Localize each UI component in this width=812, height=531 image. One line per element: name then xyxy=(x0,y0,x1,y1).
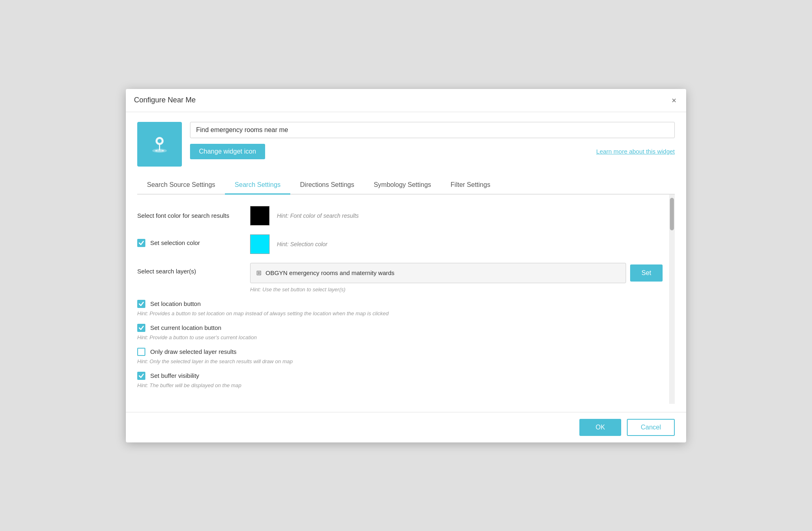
tab-search-source[interactable]: Search Source Settings xyxy=(137,176,225,195)
change-icon-button[interactable]: Change widget icon xyxy=(190,144,265,159)
layer-input-wrap: ⊞ OBGYN emergency rooms and maternity wa… xyxy=(250,263,663,283)
dialog-body: Change widget icon Learn more about this… xyxy=(126,112,686,412)
tab-search-settings[interactable]: Search Settings xyxy=(225,176,290,195)
svg-point-5 xyxy=(162,150,164,152)
current-location-checkbox[interactable] xyxy=(137,324,145,332)
current-location-hint: Hint: Provide a button to use user's cur… xyxy=(137,334,663,340)
selection-color-checkbox-row: Set selection color xyxy=(137,239,243,247)
layer-hint: Hint: Use the set button to select layer… xyxy=(250,286,663,293)
layer-icon: ⊞ xyxy=(256,269,261,277)
buffer-visibility-row: Set buffer visibility xyxy=(137,372,663,380)
layer-value: OBGYN emergency rooms and maternity ward… xyxy=(266,269,395,276)
cancel-button[interactable]: Cancel xyxy=(627,419,675,436)
check-icon-2 xyxy=(138,301,144,307)
location-button-row: Set location button xyxy=(137,300,663,308)
widget-name-input[interactable] xyxy=(190,122,675,138)
scrollbar-thumb[interactable] xyxy=(670,198,674,230)
font-color-label: Select font color for search results xyxy=(137,212,243,219)
draw-selected-label[interactable]: Only draw selected layer results xyxy=(150,348,237,355)
content-area: Select font color for search results Hin… xyxy=(137,195,675,404)
tab-directions[interactable]: Directions Settings xyxy=(290,176,364,195)
font-color-hint: Hint: Font color of search results xyxy=(277,212,359,219)
current-location-label[interactable]: Set current location button xyxy=(150,324,221,331)
settings-panel: Select font color for search results Hin… xyxy=(137,195,669,404)
selection-color-checkbox[interactable] xyxy=(137,239,145,247)
dialog-title: Configure Near Me xyxy=(134,96,196,104)
widget-icon-preview xyxy=(137,122,182,167)
svg-point-3 xyxy=(158,139,162,143)
buffer-visibility-checkbox[interactable] xyxy=(137,372,145,380)
search-layer-label: Select search layer(s) xyxy=(137,263,243,275)
dialog-footer: OK Cancel xyxy=(126,412,686,442)
ok-button[interactable]: OK xyxy=(579,419,621,436)
location-button-label[interactable]: Set location button xyxy=(150,300,201,307)
buffer-visibility-label[interactable]: Set buffer visibility xyxy=(150,372,199,379)
location-button-checkbox[interactable] xyxy=(137,300,145,308)
tab-symbology[interactable]: Symbology Settings xyxy=(364,176,441,195)
current-location-row: Set current location button xyxy=(137,324,663,332)
top-actions: Change widget icon Learn more about this… xyxy=(190,144,675,159)
location-button-hint: Hint: Provides a button to set location … xyxy=(137,310,663,316)
font-color-swatch[interactable] xyxy=(250,206,270,225)
draw-selected-checkbox[interactable] xyxy=(137,348,145,356)
scrollbar-track[interactable] xyxy=(669,195,675,404)
search-layer-area: Select search layer(s) ⊞ OBGYN emergency… xyxy=(137,263,663,283)
top-section: Change widget icon Learn more about this… xyxy=(137,122,675,167)
layer-input-box[interactable]: ⊞ OBGYN emergency rooms and maternity wa… xyxy=(250,263,626,283)
tab-filter[interactable]: Filter Settings xyxy=(441,176,500,195)
set-layer-button[interactable]: Set xyxy=(630,264,663,282)
configure-dialog: Configure Near Me × Cha xyxy=(126,89,686,442)
selection-color-hint: Hint: Selection color xyxy=(277,241,328,247)
close-button[interactable]: × xyxy=(670,95,678,106)
check-icon xyxy=(138,240,144,246)
top-right: Change widget icon Learn more about this… xyxy=(190,122,675,159)
svg-point-4 xyxy=(155,150,157,152)
draw-selected-hint: Hint: Only the selected layer in the sea… xyxy=(137,358,663,364)
near-me-icon xyxy=(147,132,172,156)
selection-color-label[interactable]: Set selection color xyxy=(150,239,200,246)
selection-color-swatch[interactable] xyxy=(250,234,270,254)
check-icon-4 xyxy=(138,373,144,379)
draw-selected-row: Only draw selected layer results xyxy=(137,348,663,356)
learn-more-link[interactable]: Learn more about this widget xyxy=(596,148,675,155)
check-icon-3 xyxy=(138,325,144,331)
font-color-row: Select font color for search results Hin… xyxy=(137,206,663,225)
tabs-bar: Search Source Settings Search Settings D… xyxy=(137,176,675,195)
selection-color-row: Set selection color Hint: Selection colo… xyxy=(137,234,663,254)
dialog-header: Configure Near Me × xyxy=(126,89,686,112)
buffer-visibility-hint: Hint: The buffer will be displayed on th… xyxy=(137,382,663,388)
